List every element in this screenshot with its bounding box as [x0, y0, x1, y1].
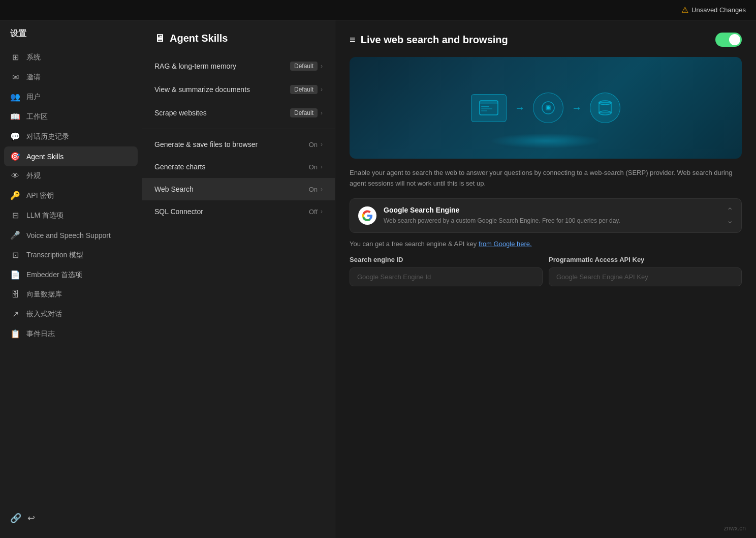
hero-browser-icon: [471, 94, 507, 122]
sidebar-item-vector-db[interactable]: 🗄 向量数据库: [0, 285, 142, 304]
sidebar: 设置 ⊞ 系统 ✉ 邀请 👥 用户 📖 工作区 💬 对话历史记录 🎯 Agent…: [0, 20, 142, 538]
sidebar-bottom-link-icon[interactable]: 🔗: [10, 513, 21, 524]
skill-charts-badge: On: [309, 163, 318, 171]
skill-item-scrape[interactable]: Scrape websites Default ›: [142, 101, 335, 125]
svg-rect-1: [480, 101, 498, 104]
skill-item-summarize[interactable]: View & summarize documents Default ›: [142, 78, 335, 101]
chevron-icon: ›: [321, 186, 323, 193]
platform-base: [490, 133, 602, 148]
chevron-icon: ›: [321, 208, 323, 215]
engine-id-label: Search engine ID: [350, 256, 543, 263]
embedded-chat-icon: ↗: [10, 309, 20, 319]
chevron-icon: ›: [321, 141, 323, 148]
appearance-icon: 👁: [10, 171, 20, 181]
engine-id-input[interactable]: [350, 267, 543, 286]
detail-title-icon: ≡: [350, 34, 356, 46]
users-icon: 👥: [10, 92, 20, 102]
embedder-icon: 📄: [10, 270, 20, 280]
skill-item-sql[interactable]: SQL Connector Off ›: [142, 200, 335, 223]
skill-item-rag[interactable]: RAG & long-term memory Default ›: [142, 54, 335, 78]
sidebar-label-agent-skills: Agent Skills: [26, 153, 64, 161]
api-key-input[interactable]: [549, 267, 742, 286]
fields-row: Search engine ID Programmatic Access API…: [350, 256, 742, 286]
panel-title: 🖥 Agent Skills: [142, 33, 335, 54]
skill-item-web-search[interactable]: Web Search On ›: [142, 178, 335, 200]
search-engine-chevron-icon: ⌃⌄: [727, 206, 733, 225]
sidebar-item-api-keys[interactable]: 🔑 API 密钥: [0, 186, 142, 205]
sidebar-item-workspace[interactable]: 📖 工作区: [0, 107, 142, 127]
sidebar-label-users: 用户: [26, 93, 41, 102]
skill-summarize-badge-area: Default ›: [290, 85, 323, 94]
detail-header: ≡ Live web search and browsing: [350, 33, 742, 47]
svg-rect-4: [481, 110, 487, 111]
skill-rag-badge: Default: [290, 62, 318, 71]
llm-prefs-icon: ⊟: [10, 211, 20, 220]
skill-summarize-badge: Default: [290, 85, 318, 94]
search-engine-card[interactable]: Google Search Engine Web search powered …: [350, 198, 742, 233]
skill-item-generate-files[interactable]: Generate & save files to browser On ›: [142, 133, 335, 156]
divider: [142, 129, 335, 129]
hero-database-icon: [590, 93, 620, 123]
skill-item-charts[interactable]: Generate charts On ›: [142, 156, 335, 178]
skill-sql-badge: Off: [309, 208, 318, 216]
svg-point-7: [547, 106, 550, 109]
skill-sql-status: Off ›: [309, 208, 323, 216]
sidebar-label-vector-db: 向量数据库: [26, 290, 62, 299]
svg-point-11: [599, 101, 611, 105]
skill-web-search-badge: On: [309, 186, 318, 193]
unsaved-changes-indicator: ⚠ Unsaved Changes: [681, 5, 746, 15]
sidebar-item-system[interactable]: ⊞ 系统: [0, 47, 142, 67]
event-log-icon: 📋: [10, 329, 20, 339]
skill-charts-status: On ›: [309, 163, 323, 171]
sidebar-item-embedded-chat[interactable]: ↗ 嵌入式对话: [0, 304, 142, 324]
sidebar-label-chat-history: 对话历史记录: [26, 132, 69, 141]
hero-arrow-2: →: [572, 102, 582, 114]
skills-panel: 🖥 Agent Skills RAG & long-term memory De…: [142, 20, 335, 538]
sidebar-item-llm-prefs[interactable]: ⊟ LLM 首选项: [0, 205, 142, 225]
svg-rect-2: [481, 106, 489, 107]
skill-section-toggle: Generate & save files to browser On › Ge…: [142, 133, 335, 223]
sidebar-item-transcription[interactable]: ⊡ Transcription 模型: [0, 245, 142, 265]
sidebar-item-chat-history[interactable]: 💬 对话历史记录: [0, 127, 142, 146]
warning-icon: ⚠: [681, 5, 688, 15]
skill-generate-files-badge: On: [309, 141, 318, 148]
sidebar-bottom-back-icon[interactable]: ↩: [27, 513, 35, 524]
skill-charts-label: Generate charts: [154, 163, 205, 171]
google-key-link[interactable]: from Google here.: [479, 240, 532, 248]
skill-summarize-label: View & summarize documents: [154, 85, 250, 94]
skill-generate-files-label: Generate & save files to browser: [154, 140, 258, 148]
chevron-icon: ›: [321, 86, 323, 93]
search-engine-info: Google Search Engine Web search powered …: [384, 206, 719, 225]
sidebar-item-appearance[interactable]: 👁 外观: [0, 166, 142, 186]
skill-web-search-status: On ›: [309, 186, 323, 193]
sidebar-bottom: 🔗 ↩: [0, 506, 142, 530]
sidebar-item-invite[interactable]: ✉ 邀请: [0, 67, 142, 87]
chevron-icon: ›: [321, 163, 323, 170]
sidebar-label-workspace: 工作区: [26, 112, 48, 122]
sidebar-item-embedder[interactable]: 📄 Embedder 首选项: [0, 265, 142, 285]
agent-skills-icon: 🎯: [10, 152, 20, 161]
workspace-icon: 📖: [10, 112, 20, 122]
sidebar-item-users[interactable]: 👥 用户: [0, 87, 142, 107]
sidebar-item-event-log[interactable]: 📋 事件日志: [0, 324, 142, 344]
search-engine-name: Google Search Engine: [384, 206, 719, 214]
system-icon: ⊞: [10, 52, 20, 62]
sidebar-label-invite: 邀请: [26, 73, 41, 82]
sidebar-title: 设置: [0, 28, 142, 47]
chat-history-icon: 💬: [10, 132, 20, 141]
skill-rag-label: RAG & long-term memory: [154, 62, 236, 70]
sidebar-label-embedder: Embedder 首选项: [26, 271, 82, 280]
sidebar-label-embedded-chat: 嵌入式对话: [26, 310, 62, 319]
live-search-toggle[interactable]: [715, 33, 742, 47]
sidebar-label-system: 系统: [26, 53, 41, 62]
detail-title-text: Live web search and browsing: [361, 34, 508, 46]
panel-title-text: Agent Skills: [170, 33, 228, 44]
google-logo: [358, 206, 376, 225]
sidebar-item-voice-speech[interactable]: 🎤 Voice and Speech Support: [0, 225, 142, 245]
sidebar-item-agent-skills[interactable]: 🎯 Agent Skills: [4, 146, 138, 166]
search-engine-desc: Web search powered by a custom Google Se…: [384, 216, 719, 225]
watermark: znwx.cn: [724, 525, 746, 532]
sidebar-label-voice-speech: Voice and Speech Support: [26, 231, 111, 240]
skill-scrape-badge: Default: [290, 108, 318, 117]
invite-icon: ✉: [10, 72, 20, 82]
